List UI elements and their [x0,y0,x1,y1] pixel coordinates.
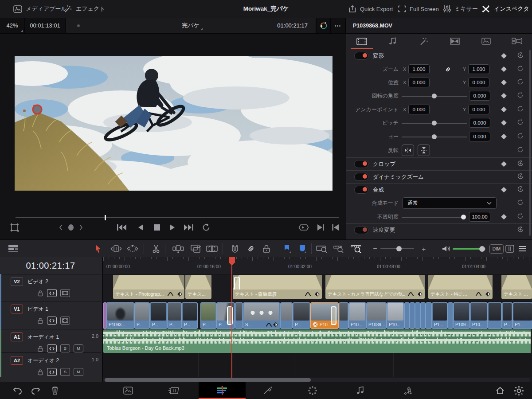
video-clip[interactable] [448,302,453,329]
flip-vertical-button[interactable] [418,145,430,156]
track-header-a1[interactable]: A1 オーディオ 1 2.0 SM [0,329,101,353]
video-clip[interactable]: P... [502,302,512,329]
dynamic-zoom-reset-button[interactable] [517,173,524,181]
pitch-value[interactable]: 0.000 [469,118,490,128]
jog-wheel[interactable] [58,220,84,235]
page-color-button[interactable] [303,382,322,399]
track-header-v1[interactable]: V1 ビデオ 1 [0,301,101,329]
crop-reset-button[interactable] [517,160,524,168]
tab-image[interactable] [470,34,501,49]
video-clip[interactable]: P10... [470,302,488,329]
opacity-reset-button[interactable] [517,213,524,221]
video-clip[interactable] [488,302,502,329]
video-clip[interactable]: P... [293,302,310,329]
trim-handle[interactable] [331,306,336,325]
audio-volume-slider[interactable] [453,248,485,250]
crop-toggle[interactable] [354,160,368,168]
link-clips-button[interactable] [244,242,258,256]
transform-reset-button[interactable] [517,52,524,60]
pitch-slider[interactable] [402,123,467,124]
timeline-zoom-slider[interactable] [380,248,414,249]
yaw-value[interactable]: 0.000 [469,132,490,141]
timeline-ruler[interactable]: 01:00:00:0001:00:16:0001:00:32:0001:00:4… [102,257,532,274]
composite-mode-dropdown[interactable]: 通常 [403,197,497,209]
audio-clip[interactable]: Tobias Bergson - Day Go Back.mp3 [103,329,531,353]
video-clip[interactable]: P109... [453,302,470,329]
yaw-slider[interactable] [402,137,467,137]
settings-button[interactable] [509,382,528,399]
auto-color-button[interactable] [317,18,330,33]
loop-button[interactable] [199,220,214,235]
razor-tool-button[interactable] [149,242,163,256]
page-deliver-button[interactable] [398,382,417,399]
dynamic-zoom-toggle[interactable] [354,173,368,181]
flip-horizontal-button[interactable] [402,145,414,156]
tab-video[interactable] [346,34,377,49]
scrub-bar[interactable] [16,217,339,218]
position-y-value[interactable]: 0.000 [468,78,489,87]
rotation-slider[interactable] [402,96,467,97]
timeline-hscrollbar-thumb[interactable] [105,378,311,382]
title-clip[interactable]: テキスト - 特に... [428,275,493,299]
timeline-view-options-button[interactable] [6,242,20,256]
track-id-badge[interactable]: A1 [11,332,23,341]
yaw-reset-button[interactable] [517,133,524,141]
stop-button[interactable] [149,220,164,235]
rotation-value[interactable]: 0.000 [469,91,490,101]
zoom-reset-button[interactable] [517,65,524,73]
video-clip[interactable]: P1093... [106,302,134,329]
position-lock-button[interactable] [259,242,274,256]
next-edit-button[interactable] [313,220,328,235]
zoom-x-value[interactable]: 1.000 [408,64,430,74]
lock-icon[interactable] [37,317,43,324]
composite-reset-button[interactable] [517,186,524,194]
video-clip[interactable]: P1... [512,302,532,329]
transform-overlay-button[interactable] [7,220,22,235]
mute-button[interactable]: M [74,344,83,352]
page-cut-button[interactable] [164,382,184,399]
trim-edit-mode-button[interactable] [109,242,123,256]
video-clip[interactable]: P... [182,302,198,329]
flip-reset-button[interactable] [517,146,524,154]
opacity-keyframe-diamond[interactable] [501,214,507,220]
speed-reset-button[interactable] [517,226,524,235]
track-header-a2[interactable]: A2 オーディオ 2 1.0 SM [0,353,101,377]
video-clip[interactable]: P1... [432,302,448,329]
overwrite-clip-button[interactable] [188,242,203,256]
redo-button[interactable] [26,382,45,399]
lock-icon[interactable] [37,369,43,376]
title-clip[interactable]: テキスト ... [501,275,532,299]
anchor-y-value[interactable]: 0.000 [468,105,489,114]
tab-effects[interactable] [408,34,439,49]
track-id-badge[interactable]: V1 [11,305,23,313]
zoom-y-value[interactable]: 1.000 [468,64,489,74]
track-header-v2[interactable]: V2 ビデオ 2 [0,274,101,301]
tracker-point[interactable] [33,105,42,114]
opacity-value[interactable]: 100.00 [469,212,490,222]
page-edit-button-active[interactable] [199,382,246,399]
zoom-detail-button[interactable] [332,242,346,256]
film-enable-button[interactable] [60,289,70,297]
page-fairlight-button[interactable] [351,382,370,399]
scrub-playhead[interactable] [105,215,106,220]
undo-button[interactable] [8,382,27,399]
anchor-keyframe-diamond[interactable] [501,106,507,112]
anchor-reset-button[interactable] [517,106,524,113]
video-clip[interactable] [280,302,293,329]
video-clip[interactable]: P1039... [366,302,387,329]
composite-mode-reset-button[interactable] [517,199,524,207]
position-keyframe-diamond[interactable] [501,80,507,86]
effects-button[interactable]: エフェクト [64,0,106,18]
video-clip[interactable]: P... [167,302,182,329]
video-clip[interactable]: P... [134,302,150,329]
solo-button[interactable]: S [60,368,70,376]
viewer-options-button[interactable]: ••• [331,18,345,33]
title-clip[interactable]: テキスト - 森脇章彦 [233,275,322,299]
rotation-keyframe-diamond[interactable] [501,93,507,99]
transform-toggle[interactable] [354,52,368,60]
auto-select-button[interactable] [47,368,57,376]
page-fusion-button[interactable] [258,382,278,399]
dynamic-trim-button[interactable] [125,242,140,256]
selection-tool-button[interactable] [91,242,105,256]
solo-button[interactable]: S [60,344,70,352]
